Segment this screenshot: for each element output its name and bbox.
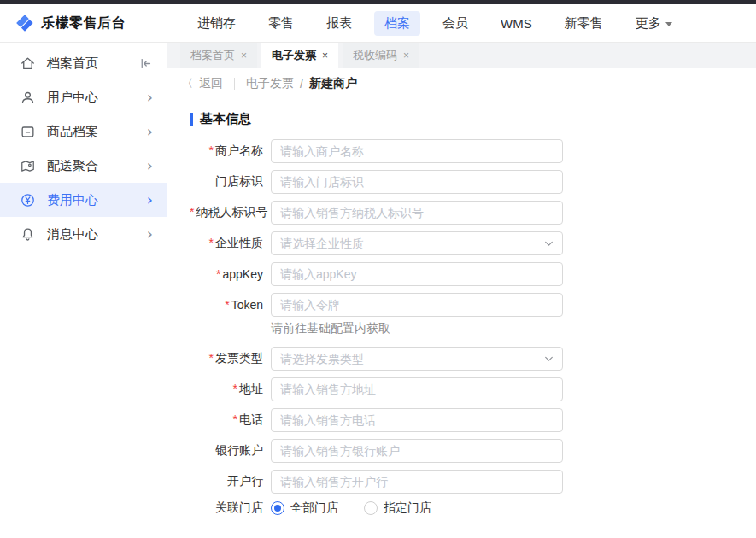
section-header: 基本信息	[190, 111, 756, 127]
tab-close-icon[interactable]: ×	[403, 50, 409, 61]
radio-label: 全部门店	[290, 500, 338, 516]
field-label: *电话	[190, 412, 263, 428]
app-header: 乐檬零售后台 进销存零售报表档案会员WMS新零售更多	[0, 4, 756, 43]
form-row-10: 银行账户	[190, 439, 756, 463]
radio-selected-icon[interactable]	[271, 501, 284, 515]
form-row-7: *发票类型	[190, 347, 756, 371]
sidebar-item-6[interactable]: 消息中心›	[0, 217, 167, 251]
sidebar-item-label: 用户中心	[47, 90, 147, 106]
chevron-right-icon[interactable]: ›	[147, 90, 153, 105]
top-nav-item-6[interactable]: WMS	[490, 12, 542, 35]
sidebar-item-label: 档案首页	[47, 56, 138, 72]
top-nav-item-4[interactable]: 档案	[374, 11, 420, 36]
sidebar-item-5[interactable]: 费用中心›	[0, 183, 167, 217]
required-asterisk: *	[233, 412, 237, 426]
radio-option-1[interactable]: 全部门店	[271, 500, 338, 516]
chevron-right-icon[interactable]: ›	[147, 192, 153, 208]
select-control	[271, 231, 563, 255]
caret-down-icon	[665, 22, 672, 26]
field-label: *appKey	[190, 267, 263, 281]
sidebar-item-1[interactable]: 档案首页	[0, 46, 167, 80]
helper-spacer	[190, 321, 271, 336]
field-label: *Token	[190, 298, 263, 312]
sidebar-item-label: 配送聚合	[47, 158, 147, 174]
sidebar-item-2[interactable]: 用户中心›	[0, 80, 167, 114]
input-control	[271, 201, 563, 225]
bell-icon	[19, 225, 36, 243]
select-field-4[interactable]	[271, 231, 563, 255]
tab-3[interactable]: 税收编码×	[343, 43, 419, 68]
input-field-5[interactable]	[271, 262, 563, 286]
form-row-5: *appKey	[190, 262, 756, 286]
top-nav-item-7[interactable]: 新零售	[554, 11, 613, 36]
field-label: *地址	[190, 382, 263, 397]
top-nav-label: 新零售	[565, 15, 603, 32]
top-nav-item-2[interactable]: 零售	[258, 11, 304, 36]
select-field-7[interactable]	[271, 347, 563, 371]
top-nav-item-1[interactable]: 进销存	[187, 11, 246, 36]
brand[interactable]: 乐檬零售后台	[15, 14, 126, 32]
back-label: 返回	[199, 76, 223, 91]
tab-close-icon[interactable]: ×	[322, 50, 328, 61]
breadcrumb-parent[interactable]: 电子发票	[246, 76, 294, 91]
breadcrumb-slash: /	[300, 77, 303, 91]
section-accent-bar	[190, 113, 193, 126]
fee-yuan-icon	[19, 191, 36, 208]
input-control	[271, 439, 563, 463]
radio-option-2[interactable]: 指定门店	[364, 500, 431, 516]
input-field-2[interactable]	[271, 170, 563, 194]
sidebar-item-3[interactable]: 商品档案›	[0, 114, 167, 149]
user-icon	[19, 89, 36, 106]
chevron-right-icon[interactable]: ›	[147, 226, 153, 242]
tab-1[interactable]: 档案首页×	[180, 43, 257, 68]
back-button[interactable]: 〈 返回	[182, 76, 223, 91]
input-control	[271, 377, 563, 401]
input-field-3[interactable]	[271, 201, 563, 225]
delivery-map-icon	[19, 157, 36, 174]
input-field-9[interactable]	[271, 408, 563, 432]
field-label: *商户名称	[190, 143, 263, 159]
field-label: *企业性质	[190, 236, 263, 251]
input-control	[271, 470, 563, 494]
required-asterisk: *	[216, 267, 220, 281]
field-label: 门店标识	[190, 174, 263, 190]
tab-close-icon[interactable]: ×	[241, 50, 247, 61]
form-row-3: *纳税人标识号	[190, 201, 756, 225]
input-field-1[interactable]	[271, 139, 563, 163]
top-nav-item-8[interactable]: 更多	[625, 11, 683, 36]
page: 乐檬零售后台 进销存零售报表档案会员WMS新零售更多 档案首页用户中心›商品档案…	[0, 0, 756, 538]
top-nav-label: 更多	[636, 15, 661, 32]
breadcrumb: 〈 返回 电子发票 / 新建商户	[167, 68, 756, 99]
collapse-icon[interactable]	[138, 56, 153, 71]
top-nav-label: 会员	[442, 15, 468, 32]
select-control	[271, 347, 563, 371]
tab-2[interactable]: 电子发票×	[261, 43, 338, 68]
field-label: 银行账户	[190, 443, 263, 459]
input-field-8[interactable]	[271, 377, 563, 401]
top-nav-label: 进销存	[197, 15, 236, 32]
brand-name: 乐檬零售后台	[41, 15, 126, 32]
required-asterisk: *	[209, 351, 214, 365]
form-area: 基本信息 *商户名称门店标识*纳税人标识号*企业性质*appKey*Token请…	[167, 99, 756, 523]
form-row-8: *地址	[190, 377, 756, 401]
tab-label: 税收编码	[353, 48, 397, 63]
chevron-right-icon[interactable]: ›	[147, 158, 153, 173]
sidebar-item-label: 费用中心	[47, 192, 147, 208]
input-field-11[interactable]	[271, 470, 563, 494]
top-nav-item-5[interactable]: 会员	[432, 11, 478, 36]
input-control	[271, 262, 563, 286]
tab-strip: 档案首页×电子发票×税收编码×	[167, 43, 756, 68]
radio-label: 指定门店	[384, 500, 431, 516]
input-field-6[interactable]	[271, 293, 563, 317]
chevron-right-icon[interactable]: ›	[147, 124, 153, 139]
top-nav-item-3[interactable]: 报表	[316, 11, 362, 36]
form-row-6: *Token	[190, 293, 756, 317]
sidebar-item-4[interactable]: 配送聚合›	[0, 149, 167, 183]
sidebar-item-label: 商品档案	[47, 124, 147, 140]
input-field-10[interactable]	[271, 439, 563, 463]
tab-label: 电子发票	[272, 48, 316, 63]
radio-unselected-icon[interactable]	[364, 501, 378, 515]
radio-dot	[367, 505, 374, 512]
field-label: 开户行	[190, 474, 263, 489]
form-row-2: 门店标识	[190, 170, 756, 194]
